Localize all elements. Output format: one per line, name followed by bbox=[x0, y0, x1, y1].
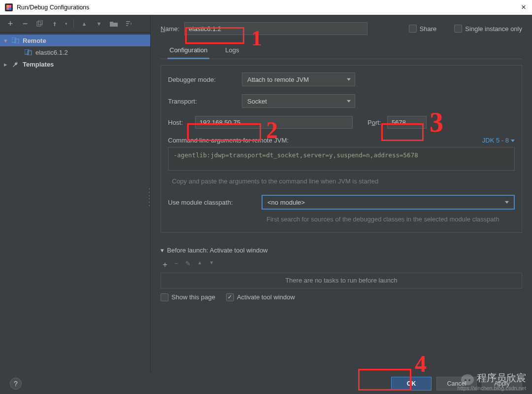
remote-icon bbox=[25, 49, 33, 56]
copy-config-icon[interactable] bbox=[35, 19, 44, 28]
port-input[interactable] bbox=[387, 116, 427, 129]
tab-bar: Configuration Logs bbox=[161, 42, 522, 59]
debugger-mode-combo[interactable]: Attach to remote JVM bbox=[242, 72, 355, 86]
remove-task-icon[interactable]: − bbox=[174, 260, 178, 270]
name-label: Name: bbox=[161, 25, 179, 33]
svg-rect-7 bbox=[126, 23, 129, 24]
move-down-icon[interactable]: ▼ bbox=[95, 19, 103, 28]
edit-task-icon[interactable]: ✎ bbox=[185, 260, 191, 270]
main-area: + − ▾ ▲ ▼ ▾ Remote elastic6.1.2 ▸ bbox=[0, 15, 532, 373]
combo-value: Attach to remote JVM bbox=[247, 76, 309, 83]
sidebar-toolbar: + − ▾ ▲ ▼ bbox=[0, 15, 150, 33]
jdk-link[interactable]: JDK 5 - 8 bbox=[482, 137, 515, 144]
activate-tool-window-checkbox[interactable]: ✓ Activate tool window bbox=[226, 293, 295, 301]
move-down-icon[interactable]: ▼ bbox=[209, 260, 214, 270]
before-launch-empty: There are no tasks to run before launch bbox=[161, 273, 522, 288]
checkbox-icon bbox=[454, 25, 462, 33]
svg-rect-1 bbox=[6, 5, 9, 7]
svg-rect-3 bbox=[37, 22, 41, 26]
before-launch-section: ▾ Before launch: Activate tool window + … bbox=[161, 247, 522, 301]
toolbar-separator bbox=[73, 19, 74, 29]
chevron-down-icon bbox=[505, 201, 509, 204]
app-icon bbox=[5, 3, 13, 11]
checkbox-checked-icon: ✓ bbox=[226, 293, 234, 301]
svg-rect-5 bbox=[54, 24, 55, 26]
tree-item-label: elastic6.1.2 bbox=[35, 49, 68, 56]
debugger-mode-label: Debugger mode: bbox=[168, 76, 242, 83]
transport-combo[interactable]: Socket bbox=[242, 94, 355, 108]
svg-rect-8 bbox=[126, 25, 128, 26]
svg-rect-10 bbox=[15, 39, 19, 43]
svg-rect-9 bbox=[12, 37, 16, 42]
title-bar: Run/Debug Configurations × bbox=[0, 0, 532, 15]
checkbox-icon bbox=[409, 25, 417, 33]
tree-group-label: Templates bbox=[23, 61, 54, 68]
chevron-down-icon bbox=[347, 100, 351, 103]
sort-icon[interactable] bbox=[124, 19, 133, 28]
add-config-icon[interactable]: + bbox=[6, 19, 15, 28]
svg-rect-6 bbox=[126, 21, 130, 22]
tree-group-remote[interactable]: ▾ Remote bbox=[0, 35, 150, 46]
settings-icon[interactable] bbox=[50, 19, 59, 28]
host-label: Host: bbox=[168, 119, 195, 126]
before-launch-title: Before launch: Activate tool window bbox=[167, 247, 268, 254]
show-this-page-checkbox[interactable]: Show this page bbox=[161, 293, 215, 301]
wrench-icon bbox=[12, 61, 20, 68]
help-button[interactable]: ? bbox=[10, 378, 22, 390]
chevron-down-icon bbox=[347, 78, 351, 81]
share-checkbox[interactable]: Share bbox=[409, 25, 437, 33]
combo-value: Socket bbox=[247, 98, 267, 105]
window-title: Run/Debug Configurations bbox=[17, 4, 89, 11]
remove-config-icon[interactable]: − bbox=[21, 19, 30, 28]
tree-item-elastic[interactable]: elastic6.1.2 bbox=[0, 46, 150, 58]
svg-rect-12 bbox=[28, 51, 32, 55]
combo-value: <no module> bbox=[267, 199, 305, 206]
close-icon[interactable]: × bbox=[521, 2, 526, 12]
cmd-args-label: Command line arguments for remote JVM: bbox=[168, 137, 515, 144]
name-input[interactable] bbox=[184, 22, 367, 35]
port-label: Port: bbox=[367, 119, 387, 126]
host-input[interactable] bbox=[195, 116, 353, 129]
move-up-icon[interactable]: ▲ bbox=[198, 260, 202, 270]
remote-icon bbox=[12, 37, 20, 44]
chevron-down-icon bbox=[511, 140, 515, 142]
single-instance-checkbox[interactable]: Single instance only bbox=[454, 25, 522, 33]
dialog-footer: ? OK Cancel Apply bbox=[0, 373, 532, 394]
ok-button[interactable]: OK bbox=[391, 377, 432, 391]
before-launch-header[interactable]: ▾ Before launch: Activate tool window bbox=[161, 247, 522, 254]
module-label: Use module classpath: bbox=[168, 199, 262, 206]
watermark: 程序员欣宸 https://xinchen.blog.csdn.net bbox=[458, 371, 526, 391]
cmd-args-textarea[interactable]: -agentlib:jdwp=transport=dt_socket,serve… bbox=[168, 147, 515, 171]
tab-logs[interactable]: Logs bbox=[223, 42, 241, 59]
tree-group-label: Remote bbox=[23, 37, 46, 44]
module-hint: First search for sources of the debugged… bbox=[168, 215, 515, 224]
chevron-down-icon: ▾ bbox=[161, 247, 164, 254]
config-tree: ▾ Remote elastic6.1.2 ▸ Templates bbox=[0, 33, 150, 70]
sidebar: + − ▾ ▲ ▼ ▾ Remote elastic6.1.2 ▸ bbox=[0, 15, 151, 373]
chevron-right-icon: ▸ bbox=[4, 61, 11, 68]
before-launch-toolbar: + − ✎ ▲ ▼ bbox=[161, 257, 522, 273]
checkbox-icon bbox=[161, 293, 168, 301]
configuration-panel: Debugger mode: Attach to remote JVM Tran… bbox=[161, 65, 522, 233]
module-combo[interactable]: <no module> bbox=[262, 195, 515, 210]
content-pane: Name: Share Single instance only Configu… bbox=[151, 15, 532, 373]
add-task-icon[interactable]: + bbox=[163, 260, 167, 270]
move-up-icon[interactable]: ▲ bbox=[80, 19, 89, 28]
svg-rect-4 bbox=[38, 20, 42, 25]
tree-group-templates[interactable]: ▸ Templates bbox=[0, 58, 150, 70]
transport-label: Transport: bbox=[168, 98, 242, 105]
wechat-icon bbox=[461, 374, 474, 385]
tab-configuration[interactable]: Configuration bbox=[167, 42, 209, 59]
folder-icon[interactable] bbox=[109, 19, 118, 28]
svg-rect-11 bbox=[25, 49, 29, 54]
chevron-down-icon: ▾ bbox=[4, 37, 11, 44]
svg-rect-2 bbox=[9, 7, 11, 10]
cmd-args-hint: Copy and paste the arguments to the comm… bbox=[168, 176, 515, 186]
